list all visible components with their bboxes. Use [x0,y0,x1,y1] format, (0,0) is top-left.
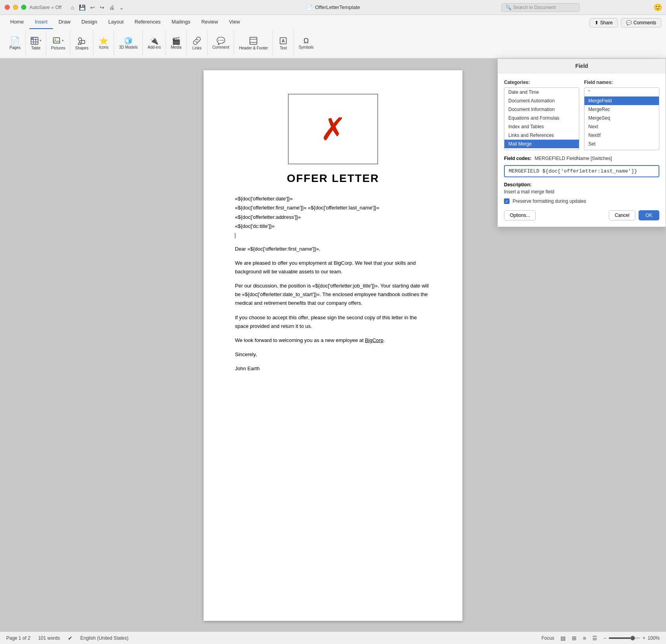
print-icon[interactable]: 🖨 [107,4,116,11]
home-icon[interactable]: ⌂ [69,4,76,11]
category-equations[interactable]: Equations and Formulas [504,114,579,122]
text-button[interactable]: A Text [275,35,291,52]
category-links-references[interactable]: Links and References [504,131,579,140]
shapes-button[interactable]: Shapes [73,35,91,52]
tab-layout[interactable]: Layout [103,15,129,29]
fieldname-next[interactable]: Next [584,122,659,131]
category-doc-automation[interactable]: Document Automation [504,96,579,105]
autosave-label: AutoSave ● Off [29,5,62,10]
minimize-button[interactable] [13,5,18,10]
fieldname-quote[interactable]: " [584,88,659,96]
redo-icon[interactable]: ↪ [98,4,106,11]
preserve-formatting-row[interactable]: ✓ Preserve formatting during updates [504,198,659,204]
layout-icon-4[interactable]: ☰ [592,635,597,641]
share-comments-area: ⬆ Share 💬 Comments [590,18,661,29]
description-section: Description: Insert a mail merge field [504,182,659,195]
document-body: Dear «${doc['offerletter:first_name']}»,… [235,245,431,373]
zoom-minus-icon[interactable]: − [604,635,606,641]
addins-button[interactable]: 🔌 Add-ins [145,36,163,51]
toolbar-group-addins: 🔌 Add-ins [143,31,166,56]
svg-point-8 [78,38,82,41]
comments-button[interactable]: 💬 Comments [621,18,661,27]
categories-list[interactable]: Date and Time Document Automation Docume… [504,87,579,150]
focus-button[interactable]: Focus [541,635,554,641]
text-icon: A [279,36,288,45]
categories-header: Categories: [504,80,579,85]
svg-rect-9 [82,40,85,44]
field-input[interactable]: MERGEFIELD ${doc['offerletter:last_name'… [504,165,659,177]
category-doc-information[interactable]: Document Information [504,105,579,114]
category-mail-merge[interactable]: Mail Merge [504,140,579,148]
tab-insert[interactable]: Insert [29,15,53,29]
links-icon [193,36,201,45]
main-area: ✗ OFFER LETTER «${doc['offerletter:date'… [0,58,666,633]
zoom-slider-thumb[interactable] [630,636,635,640]
ribbon-toolbar: 📄 Pages ▾ Table [0,29,666,58]
header-footer-button[interactable]: Header & Footer [237,35,270,52]
media-button[interactable]: 🎬 Media [168,36,184,51]
more-icon[interactable]: ⌄ [118,4,126,11]
media-label: Media [171,45,182,49]
pages-button[interactable]: 📄 Pages [7,35,23,51]
fieldname-nextif[interactable]: NextIf [584,131,659,140]
share-button[interactable]: ⬆ Share [590,18,618,27]
options-button[interactable]: Options... [504,210,536,220]
tab-home[interactable]: Home [5,15,29,29]
fieldname-mergefield[interactable]: MergeField [584,96,659,105]
share-icon: ⬆ [595,20,599,25]
comment-button[interactable]: 💬 Comment [210,36,231,51]
signature: John Earth [235,364,431,373]
pictures-button[interactable]: ▾ Pictures [49,35,67,52]
language: English (United States) [80,635,129,641]
zoom-bar[interactable]: − + 100% [604,635,660,641]
category-index-tables[interactable]: Index and Tables [504,122,579,131]
comments-icon: 💬 [626,20,632,25]
addins-label: Add-ins [147,45,161,49]
toolbar-group-comment: 💬 Comment [207,31,234,56]
category-date-time[interactable]: Date and Time [504,88,579,96]
icons-icon: ⭐ [99,37,108,44]
undo-icon[interactable]: ↩ [89,4,96,11]
preserve-formatting-label: Preserve formatting during updates [513,198,586,204]
tab-mailings[interactable]: Mailings [166,15,196,29]
symbols-label: Symbols [298,45,313,49]
cancel-button[interactable]: Cancel [609,210,635,220]
maximize-button[interactable] [21,5,26,10]
ok-button[interactable]: OK [639,210,659,220]
toolbar-group-symbols: Ω Symbols [294,31,318,56]
preserve-formatting-checkbox[interactable]: ✓ [504,198,510,204]
3dmodels-button[interactable]: 🧊 3D Models [116,36,140,51]
fieldname-set[interactable]: Set [584,140,659,148]
field-names-list[interactable]: " MergeField MergeRec MergeSeq Next Next… [584,87,659,150]
tab-review[interactable]: Review [196,15,224,29]
shapes-icon [77,36,86,45]
bigcorp-link[interactable]: BigCorp [365,337,383,343]
toolbar-group-pages: 📄 Pages [5,31,25,56]
close-button[interactable] [5,5,10,10]
layout-icon-1[interactable]: ▤ [560,635,566,641]
symbols-button[interactable]: Ω Symbols [296,36,316,51]
links-button[interactable]: Links [189,35,205,52]
fieldname-mergerec[interactable]: MergeRec [584,105,659,114]
fieldname-mergeseq[interactable]: MergeSeq [584,114,659,122]
emoji-picker[interactable]: 🙂 [653,3,662,12]
zoom-slider[interactable] [609,637,640,639]
save-icon[interactable]: 💾 [77,4,87,11]
layout-icon-3[interactable]: ≡ [583,635,586,641]
tab-draw[interactable]: Draw [53,15,76,29]
icons-button[interactable]: ⭐ Icons [96,36,111,51]
tab-references[interactable]: References [129,15,166,29]
window-controls[interactable] [5,5,26,10]
layout-icon-2[interactable]: ⊞ [572,635,577,641]
spell-check-icon[interactable]: ✔ [68,635,73,641]
zoom-plus-icon[interactable]: + [642,635,645,641]
ribbon-tabs: Home Insert Draw Design Layout Reference… [0,15,666,29]
zoom-level: 100% [648,635,660,641]
search-bar[interactable]: 🔍 Search in Document [501,3,580,12]
logo-placeholder-icon: ✗ [320,111,346,147]
tab-view[interactable]: View [224,15,246,29]
table-dropdown-arrow: ▾ [40,39,41,42]
tab-design[interactable]: Design [76,15,103,29]
table-button[interactable]: ▾ Table [28,35,44,52]
table-label: Table [31,46,40,50]
